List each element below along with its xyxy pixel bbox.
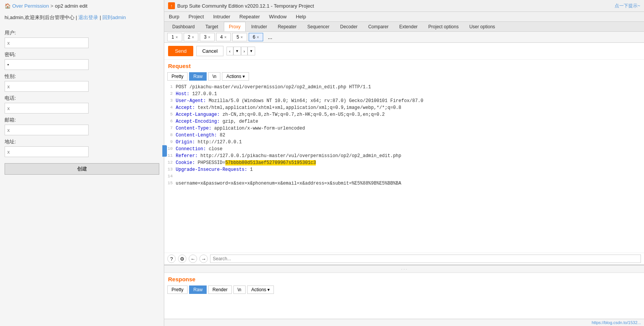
request-pretty-btn[interactable]: Pretty bbox=[167, 72, 188, 81]
code-line-6: 6 Accept-Encoding: gzip, deflate bbox=[167, 118, 641, 125]
subtab-2[interactable]: 2× bbox=[184, 33, 199, 41]
code-line-11: 11 Referer: http://127.0.0.1/pikachu-mas… bbox=[167, 152, 641, 159]
response-toolbar: Pretty Raw Render \n Actions ▾ bbox=[164, 284, 644, 295]
tab-comparer[interactable]: Comparer bbox=[363, 22, 393, 31]
response-title: Response bbox=[164, 273, 644, 284]
menu-project[interactable]: Project bbox=[187, 13, 205, 20]
code-line-8: 8 Content-Length: 82 bbox=[167, 132, 641, 139]
code-line-2: 2 Host: 127.0.0.1 bbox=[167, 91, 641, 97]
code-line-12: 12 Cookie: PHPSESSID=57bbbb80d513aef5270… bbox=[167, 159, 641, 166]
forward-icon-btn[interactable]: → bbox=[199, 255, 208, 263]
gender-label: 性别: bbox=[5, 73, 159, 80]
over-permission-link[interactable]: Over Permission bbox=[12, 3, 49, 9]
tab-proxy[interactable]: Proxy bbox=[224, 22, 246, 31]
tab-decoder[interactable]: Decoder bbox=[335, 22, 362, 31]
status-url: https://blog.csdn.to/1532... bbox=[592, 320, 641, 325]
response-render-btn[interactable]: Render bbox=[208, 285, 231, 294]
request-raw-btn[interactable]: Raw bbox=[189, 72, 207, 81]
request-actions-btn[interactable]: Actions ▾ bbox=[222, 72, 249, 81]
burp-panel: ↑ Burp Suite Community Edition v2020.12.… bbox=[164, 0, 644, 326]
subtab-6[interactable]: 6× bbox=[249, 33, 264, 41]
panel-divider: · · · bbox=[164, 265, 644, 273]
response-n-btn[interactable]: \n bbox=[233, 285, 246, 294]
burp-subtabs: 1× 2× 3× 4× 5× 6× ... bbox=[164, 32, 644, 43]
request-toolbar: Pretty Raw \n Actions ▾ bbox=[164, 71, 644, 82]
subtab-3[interactable]: 3× bbox=[200, 33, 215, 41]
request-search-input[interactable] bbox=[210, 255, 641, 263]
tab-repeater[interactable]: Repeater bbox=[273, 22, 301, 31]
back-admin-link[interactable]: 回到admin bbox=[102, 15, 126, 20]
hint-link[interactable]: 点一下提示~ bbox=[615, 3, 640, 9]
password-input[interactable] bbox=[5, 59, 89, 70]
nav-forward-button[interactable]: › bbox=[241, 47, 248, 55]
menu-burp[interactable]: Burp bbox=[167, 13, 181, 20]
breadcrumb: 🏠 Over Permission > op2 admin edit bbox=[0, 0, 164, 12]
password-label: 密码: bbox=[5, 51, 159, 58]
welcome-bar: hi,admin,欢迎来到后台管理中心 | 退出登录 | 回到admin bbox=[0, 12, 164, 25]
subtab-more[interactable]: ... bbox=[265, 33, 275, 41]
menu-intruder[interactable]: Intruder bbox=[212, 13, 232, 20]
burp-main-tabs: Dashboard Target Proxy Intruder Repeater… bbox=[164, 22, 644, 32]
email-label: 邮箱: bbox=[5, 117, 159, 123]
nav-back-button[interactable]: ‹ bbox=[227, 47, 233, 55]
phone-input[interactable] bbox=[5, 103, 89, 114]
request-editor[interactable]: 1 POST /pikachu-master/vul/overpermissio… bbox=[164, 82, 644, 253]
code-line-4: 4 Accept: text/html,application/xhtml+xm… bbox=[167, 104, 641, 111]
home-icon: 🏠 bbox=[5, 3, 11, 9]
breadcrumb-current: op2 admin edit bbox=[55, 3, 87, 9]
user-label: 用户: bbox=[5, 29, 159, 36]
request-n-btn[interactable]: \n bbox=[208, 72, 220, 81]
code-line-13: 13 Upgrade-Insecure-Requests: 1 bbox=[167, 166, 641, 173]
code-line-3: 3 User-Agent: Mozilla/5.0 (Windows NT 10… bbox=[167, 97, 641, 104]
tab-sequencer[interactable]: Sequencer bbox=[303, 22, 335, 31]
code-line-1: 1 POST /pikachu-master/vul/overpermissio… bbox=[167, 84, 641, 91]
response-raw-btn[interactable]: Raw bbox=[189, 285, 207, 294]
menu-repeater[interactable]: Repeater bbox=[238, 13, 261, 20]
gender-input[interactable] bbox=[5, 81, 89, 92]
response-pretty-btn[interactable]: Pretty bbox=[167, 285, 188, 294]
request-section: Request Pretty Raw \n Actions ▾ 1 POST /… bbox=[164, 60, 644, 265]
back-icon-btn[interactable]: ← bbox=[189, 255, 197, 263]
subtab-5[interactable]: 5× bbox=[232, 33, 247, 41]
subtab-1[interactable]: 1× bbox=[167, 33, 182, 41]
content-area: Request Pretty Raw \n Actions ▾ 1 POST /… bbox=[164, 60, 644, 319]
request-editor-bottom: ? ⚙ ← → bbox=[164, 253, 644, 264]
send-button[interactable]: Send bbox=[168, 46, 193, 56]
status-bar: https://blog.csdn.to/1532... bbox=[164, 319, 644, 326]
logout-link[interactable]: 退出登录 bbox=[78, 15, 98, 20]
user-input[interactable] bbox=[5, 37, 89, 48]
code-line-7: 7 Content-Type: application/x-www-form-u… bbox=[167, 125, 641, 132]
cancel-button[interactable]: Cancel bbox=[196, 46, 223, 56]
left-panel: 🏠 Over Permission > op2 admin edit hi,ad… bbox=[0, 0, 164, 326]
request-title: Request bbox=[164, 60, 644, 71]
actions-chevron-icon: ▾ bbox=[243, 74, 245, 79]
response-actions-btn[interactable]: Actions ▾ bbox=[247, 285, 274, 294]
nav-forward-down-button[interactable]: ▾ bbox=[248, 47, 255, 55]
nav-down-button[interactable]: ▾ bbox=[233, 47, 241, 55]
code-line-5: 5 Accept-Language: zh-CN,zh;q=0.8,zh-TW;… bbox=[167, 111, 641, 118]
tab-project-options[interactable]: Project options bbox=[423, 22, 463, 31]
tab-user-options[interactable]: User options bbox=[464, 22, 500, 31]
settings-icon-btn[interactable]: ⚙ bbox=[178, 255, 186, 263]
burp-title-left: ↑ Burp Suite Community Edition v2020.12.… bbox=[168, 2, 314, 9]
tab-dashboard[interactable]: Dashboard bbox=[167, 22, 200, 31]
create-button[interactable]: 创建 bbox=[5, 163, 159, 175]
menu-help[interactable]: Help bbox=[294, 13, 307, 20]
burp-logo-icon: ↑ bbox=[168, 2, 175, 9]
nav-button-group: ‹ ▾ › ▾ bbox=[227, 47, 255, 55]
help-icon-btn[interactable]: ? bbox=[167, 255, 176, 263]
subtab-4[interactable]: 4× bbox=[216, 33, 231, 41]
menu-window[interactable]: Window bbox=[267, 13, 288, 20]
left-tab-toggle[interactable] bbox=[162, 145, 167, 157]
burp-title-bar: ↑ Burp Suite Community Edition v2020.12.… bbox=[164, 0, 644, 12]
address-input[interactable] bbox=[5, 146, 89, 157]
address-label: 地址: bbox=[5, 138, 159, 145]
response-section: Response Pretty Raw Render \n Actions ▾ bbox=[164, 273, 644, 319]
tab-intruder[interactable]: Intruder bbox=[246, 22, 272, 31]
email-input[interactable] bbox=[5, 125, 89, 135]
code-line-9: 9 Origin: http://127.0.0.1 bbox=[167, 139, 641, 146]
burp-title-text: Burp Suite Community Edition v2020.12.1 … bbox=[177, 3, 314, 9]
response-actions-chevron-icon: ▾ bbox=[267, 287, 270, 292]
tab-extender[interactable]: Extender bbox=[394, 22, 422, 31]
tab-target[interactable]: Target bbox=[201, 22, 223, 31]
